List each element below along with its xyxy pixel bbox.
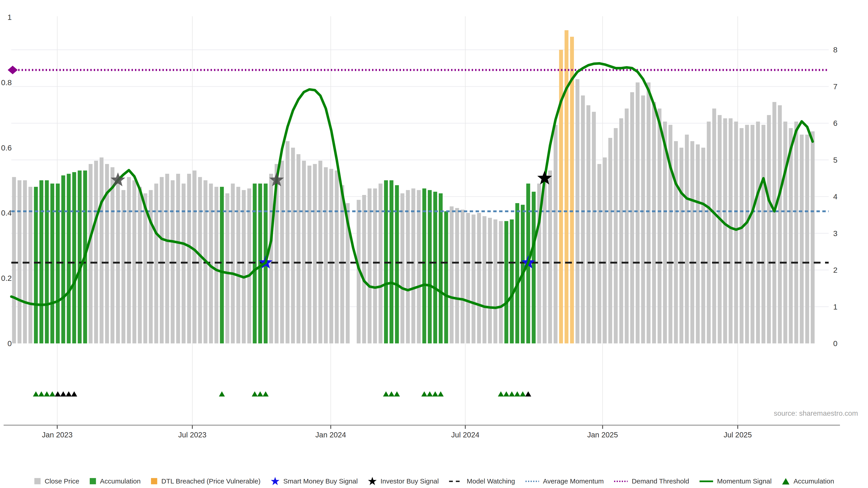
- close-price-bar: [554, 125, 557, 344]
- close-price-bar: [690, 141, 694, 344]
- close-price-bar: [94, 161, 98, 344]
- legend-item-accumulation-bar: Accumulation: [89, 477, 141, 485]
- accumulation-triangle-black-icon: [525, 391, 531, 396]
- accumulation-triangle-black-icon: [55, 391, 61, 396]
- price-momentum-chart: Jan 2023Jul 2023Jan 2024Jul 2024Jan 2025…: [0, 0, 868, 488]
- close-price-bar: [647, 83, 651, 344]
- close-price-bar: [450, 206, 454, 344]
- accumulation-triangle-icon: [427, 391, 433, 396]
- legend-label: Accumulation: [794, 477, 834, 485]
- legend-item-momentum-signal: Momentum Signal: [699, 477, 772, 485]
- accumulation-triangle-black-icon: [66, 391, 72, 396]
- y-left-tick-label: 1: [7, 13, 12, 22]
- close-price-bar: [406, 190, 410, 344]
- close-price-bar: [143, 193, 147, 344]
- close-price-bar: [625, 108, 629, 344]
- close-price-bar: [680, 148, 683, 344]
- close-price-bar: [702, 148, 705, 344]
- close-price-bar: [149, 190, 153, 344]
- accumulation-triangle-icon: [33, 391, 39, 396]
- close-price-bar: [729, 119, 733, 344]
- close-price-bar: [313, 164, 317, 344]
- close-price-bar: [745, 125, 749, 344]
- close-price-bar: [657, 108, 661, 344]
- accumulation-triangle-icon: [432, 391, 438, 396]
- close-price-bar: [362, 195, 366, 344]
- accumulation-bar: [72, 172, 76, 344]
- smart-money-star-icon: [271, 477, 280, 486]
- close-price-bar: [581, 96, 585, 344]
- close-price-swatch-icon: [34, 478, 41, 485]
- close-price-bar: [641, 96, 645, 344]
- close-price-bar: [455, 208, 459, 344]
- close-price-bar: [165, 174, 169, 344]
- legend-item-dtl-breached: DTL Breached (Price Vulnerable): [151, 477, 260, 485]
- accumulation-triangles: [33, 391, 531, 396]
- demand-threshold-line-icon: [614, 479, 628, 484]
- close-price-bar: [772, 102, 776, 344]
- close-price-bar: [783, 122, 787, 344]
- legend-label: Accumulation: [100, 477, 141, 485]
- close-price-bar: [586, 105, 590, 344]
- close-price-bar: [121, 190, 125, 344]
- dtl-breached-bar: [559, 50, 563, 344]
- y-right-tick-label: 8: [833, 45, 837, 54]
- close-price-bar: [750, 125, 754, 344]
- close-price-bar: [466, 213, 470, 344]
- close-price-bar: [674, 141, 678, 344]
- close-price-bar: [778, 105, 782, 344]
- chart-legend: Close Price Accumulation DTL Breached (P…: [0, 477, 868, 486]
- close-price-bar: [488, 218, 492, 344]
- close-price-bar: [723, 119, 727, 344]
- x-tick-label: Jul 2025: [723, 431, 752, 439]
- y-left-tick-label: 0.8: [1, 78, 12, 87]
- accumulation-triangle-icon: [383, 391, 389, 396]
- close-price-bar: [242, 190, 246, 344]
- close-price-bar: [237, 187, 240, 344]
- accumulation-bar: [439, 193, 442, 344]
- close-price-bar: [291, 148, 295, 344]
- model-watching-line-icon: [449, 479, 463, 484]
- close-price-bar: [756, 122, 760, 344]
- legend-item-accumulation-triangle: Accumulation: [782, 477, 834, 485]
- legend-item-model-watching: Model Watching: [449, 477, 515, 485]
- close-price-bar: [608, 138, 612, 344]
- accumulation-swatch-icon: [89, 478, 96, 485]
- accumulation-triangle-icon: [421, 391, 427, 396]
- close-price-bar: [324, 167, 328, 344]
- close-price-bar: [805, 135, 809, 344]
- close-price-bar: [417, 190, 421, 344]
- y-left-tick-label: 0.4: [1, 208, 12, 217]
- close-price-bar: [187, 174, 191, 344]
- close-price-bar: [614, 128, 618, 344]
- legend-label: Momentum Signal: [717, 477, 772, 485]
- accumulation-triangle-icon: [438, 391, 443, 396]
- accumulation-bar: [34, 187, 38, 344]
- y-right-tick-label: 0: [833, 339, 837, 348]
- close-price-bar: [696, 144, 700, 344]
- close-price-bar: [477, 213, 481, 344]
- accumulation-triangle-icon: [514, 391, 520, 396]
- legend-label: Smart Money Buy Signal: [283, 477, 358, 485]
- close-price-bar: [280, 161, 284, 344]
- close-price-bar: [712, 108, 716, 344]
- accumulation-triangle-icon: [520, 391, 526, 396]
- close-price-bar: [340, 185, 344, 344]
- accumulation-bar: [428, 190, 432, 344]
- x-tick-label: Jan 2025: [587, 431, 618, 439]
- close-price-bar: [138, 187, 142, 344]
- demand-threshold-diamond-icon: [8, 66, 18, 74]
- close-price-bar: [548, 170, 552, 344]
- legend-item-close-price: Close Price: [34, 477, 79, 485]
- close-price-bar: [707, 122, 711, 344]
- close-price-bar: [100, 158, 103, 344]
- legend-label: Model Watching: [467, 477, 515, 485]
- accumulation-bar: [395, 185, 399, 344]
- dtl-breached-swatch-icon: [151, 478, 158, 485]
- accumulation-triangle-icon: [394, 391, 400, 396]
- price-momentum-figure: Jan 2023Jul 2023Jan 2024Jul 2024Jan 2025…: [0, 0, 868, 488]
- close-price-bar: [318, 161, 322, 344]
- close-price-bar: [193, 170, 196, 344]
- close-price-bar: [471, 215, 475, 344]
- close-price-bar: [89, 164, 92, 344]
